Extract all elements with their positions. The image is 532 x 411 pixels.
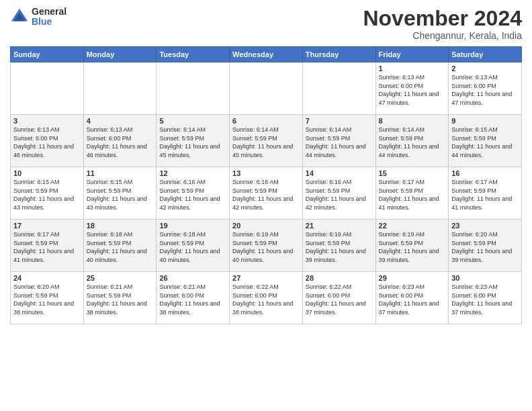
calendar-cell [230,62,303,115]
day-number: 10 [13,169,81,177]
day-info: Sunrise: 6:21 AM Sunset: 5:59 PM Dayligh… [87,283,154,316]
day-number: 30 [451,274,519,282]
location: Chengannur, Kerala, India [363,30,522,41]
day-number: 4 [87,117,154,125]
col-saturday: Saturday [449,47,522,62]
day-info: Sunrise: 6:17 AM Sunset: 5:59 PM Dayligh… [13,230,81,264]
day-number: 15 [379,169,446,177]
day-number: 13 [232,169,300,177]
day-info: Sunrise: 6:23 AM Sunset: 6:00 PM Dayligh… [451,283,519,316]
day-number: 5 [159,117,226,125]
calendar-cell [157,62,230,115]
day-number: 1 [379,64,446,73]
day-number: 22 [379,222,446,230]
day-number: 25 [87,274,154,282]
calendar-cell: 15Sunrise: 6:17 AM Sunset: 5:59 PM Dayli… [375,167,449,220]
day-number: 2 [451,64,519,73]
calendar-cell: 2Sunrise: 6:13 AM Sunset: 6:00 PM Daylig… [449,62,522,115]
day-info: Sunrise: 6:19 AM Sunset: 5:59 PM Dayligh… [232,230,300,264]
calendar-cell [83,62,157,115]
calendar-cell: 25Sunrise: 6:21 AM Sunset: 5:59 PM Dayli… [83,272,157,324]
day-number: 23 [451,222,519,230]
calendar-cell: 23Sunrise: 6:20 AM Sunset: 5:59 PM Dayli… [449,220,522,272]
day-info: Sunrise: 6:14 AM Sunset: 5:59 PM Dayligh… [379,126,446,159]
calendar-cell [11,62,84,115]
day-number: 11 [87,169,154,177]
col-sunday: Sunday [11,47,84,62]
col-monday: Monday [83,47,157,62]
day-info: Sunrise: 6:18 AM Sunset: 5:59 PM Dayligh… [159,230,226,264]
day-info: Sunrise: 6:13 AM Sunset: 6:00 PM Dayligh… [13,126,81,159]
calendar-header: Sunday Monday Tuesday Wednesday Thursday… [11,47,522,62]
day-info: Sunrise: 6:19 AM Sunset: 5:59 PM Dayligh… [306,230,373,264]
calendar-cell: 30Sunrise: 6:23 AM Sunset: 6:00 PM Dayli… [449,272,522,324]
day-info: Sunrise: 6:14 AM Sunset: 5:59 PM Dayligh… [306,126,373,159]
week-row-0: 1Sunrise: 6:13 AM Sunset: 6:00 PM Daylig… [11,62,522,115]
calendar-cell: 13Sunrise: 6:16 AM Sunset: 5:59 PM Dayli… [230,167,303,220]
day-info: Sunrise: 6:14 AM Sunset: 5:59 PM Dayligh… [159,126,226,159]
calendar-cell: 6Sunrise: 6:14 AM Sunset: 5:59 PM Daylig… [230,115,303,167]
day-number: 6 [232,117,300,125]
logo-general: General [32,7,66,17]
day-info: Sunrise: 6:18 AM Sunset: 5:59 PM Dayligh… [87,230,154,264]
day-number: 24 [13,274,81,282]
day-info: Sunrise: 6:13 AM Sunset: 6:00 PM Dayligh… [379,73,446,107]
day-info: Sunrise: 6:20 AM Sunset: 5:59 PM Dayligh… [13,283,81,316]
week-row-3: 17Sunrise: 6:17 AM Sunset: 5:59 PM Dayli… [11,220,522,272]
logo-blue: Blue [32,17,66,27]
day-info: Sunrise: 6:19 AM Sunset: 5:59 PM Dayligh… [379,230,446,264]
page: General Blue November 2024 Chengannur, K… [0,0,532,411]
calendar-cell: 10Sunrise: 6:15 AM Sunset: 5:59 PM Dayli… [11,167,84,220]
calendar-cell: 19Sunrise: 6:18 AM Sunset: 5:59 PM Dayli… [157,220,230,272]
logo-text: General Blue [32,7,66,28]
col-tuesday: Tuesday [157,47,230,62]
calendar-cell: 3Sunrise: 6:13 AM Sunset: 6:00 PM Daylig… [11,115,84,167]
calendar-cell [302,62,375,115]
day-info: Sunrise: 6:23 AM Sunset: 6:00 PM Dayligh… [379,283,446,316]
calendar-cell: 18Sunrise: 6:18 AM Sunset: 5:59 PM Dayli… [83,220,157,272]
col-friday: Friday [375,47,449,62]
calendar-cell: 12Sunrise: 6:16 AM Sunset: 5:59 PM Dayli… [157,167,230,220]
day-number: 7 [306,117,373,125]
week-row-1: 3Sunrise: 6:13 AM Sunset: 6:00 PM Daylig… [11,115,522,167]
header-row: Sunday Monday Tuesday Wednesday Thursday… [11,47,522,62]
day-number: 20 [232,222,300,230]
calendar-cell: 14Sunrise: 6:16 AM Sunset: 5:59 PM Dayli… [302,167,375,220]
calendar-table: Sunday Monday Tuesday Wednesday Thursday… [10,46,522,324]
col-thursday: Thursday [302,47,375,62]
calendar-cell: 26Sunrise: 6:21 AM Sunset: 6:00 PM Dayli… [157,272,230,324]
logo-icon [10,7,29,26]
day-info: Sunrise: 6:16 AM Sunset: 5:59 PM Dayligh… [232,178,300,212]
calendar-cell: 1Sunrise: 6:13 AM Sunset: 6:00 PM Daylig… [375,62,449,115]
day-number: 17 [13,222,81,230]
day-info: Sunrise: 6:22 AM Sunset: 6:00 PM Dayligh… [306,283,373,316]
day-info: Sunrise: 6:13 AM Sunset: 6:00 PM Dayligh… [87,126,154,159]
calendar-cell: 9Sunrise: 6:15 AM Sunset: 5:59 PM Daylig… [449,115,522,167]
calendar-cell: 4Sunrise: 6:13 AM Sunset: 6:00 PM Daylig… [83,115,157,167]
calendar-cell: 22Sunrise: 6:19 AM Sunset: 5:59 PM Dayli… [375,220,449,272]
calendar-cell: 21Sunrise: 6:19 AM Sunset: 5:59 PM Dayli… [302,220,375,272]
calendar-cell: 5Sunrise: 6:14 AM Sunset: 5:59 PM Daylig… [157,115,230,167]
day-info: Sunrise: 6:17 AM Sunset: 5:59 PM Dayligh… [379,178,446,212]
day-number: 26 [159,274,226,282]
calendar-cell: 16Sunrise: 6:17 AM Sunset: 5:59 PM Dayli… [449,167,522,220]
calendar-cell: 20Sunrise: 6:19 AM Sunset: 5:59 PM Dayli… [230,220,303,272]
day-number: 18 [87,222,154,230]
day-number: 29 [379,274,446,282]
calendar-cell: 17Sunrise: 6:17 AM Sunset: 5:59 PM Dayli… [11,220,84,272]
day-info: Sunrise: 6:22 AM Sunset: 6:00 PM Dayligh… [232,283,300,316]
day-info: Sunrise: 6:15 AM Sunset: 5:59 PM Dayligh… [451,126,519,159]
calendar-cell: 28Sunrise: 6:22 AM Sunset: 6:00 PM Dayli… [302,272,375,324]
month-title: November 2024 [363,7,522,30]
day-number: 3 [13,117,81,125]
logo: General Blue [10,7,66,28]
day-info: Sunrise: 6:16 AM Sunset: 5:59 PM Dayligh… [306,178,373,212]
calendar-cell: 8Sunrise: 6:14 AM Sunset: 5:59 PM Daylig… [375,115,449,167]
calendar-cell: 24Sunrise: 6:20 AM Sunset: 5:59 PM Dayli… [11,272,84,324]
calendar-cell: 29Sunrise: 6:23 AM Sunset: 6:00 PM Dayli… [375,272,449,324]
day-info: Sunrise: 6:20 AM Sunset: 5:59 PM Dayligh… [451,230,519,264]
week-row-2: 10Sunrise: 6:15 AM Sunset: 5:59 PM Dayli… [11,167,522,220]
day-number: 28 [306,274,373,282]
week-row-4: 24Sunrise: 6:20 AM Sunset: 5:59 PM Dayli… [11,272,522,324]
calendar-cell: 11Sunrise: 6:15 AM Sunset: 5:59 PM Dayli… [83,167,157,220]
